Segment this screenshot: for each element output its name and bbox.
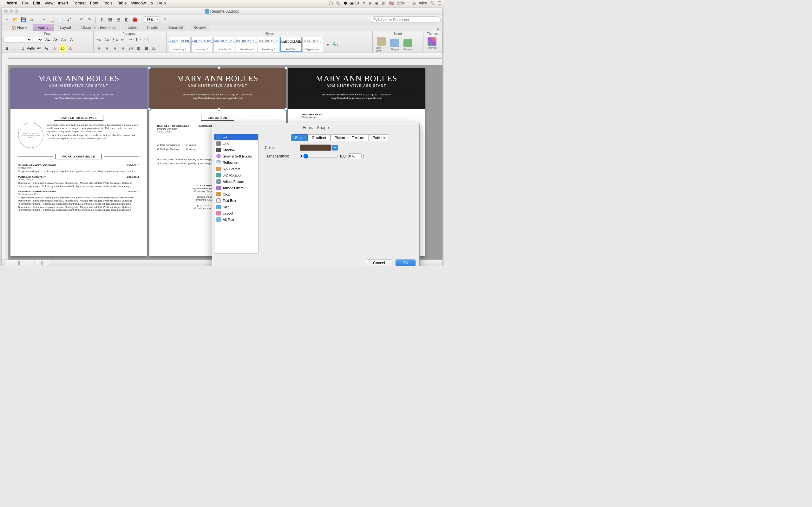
copy-icon[interactable]: 📋	[49, 16, 56, 23]
search-input[interactable]	[377, 18, 438, 21]
style-heading1[interactable]: AaBbCcDdEHeading 1	[169, 37, 191, 52]
tab-solid[interactable]: Solid	[291, 134, 308, 141]
timemachine-icon[interactable]: ↻	[362, 1, 365, 5]
zoom-input[interactable]	[144, 18, 156, 21]
collapse-ribbon-icon[interactable]: ˆ	[432, 27, 435, 31]
menu-edit[interactable]: Edit	[33, 1, 40, 5]
menu-file[interactable]: File	[22, 1, 29, 5]
tab-document-elements[interactable]: Document Elements	[77, 24, 120, 31]
bold-button[interactable]: B	[3, 45, 10, 52]
help-icon[interactable]: ?	[161, 16, 168, 23]
multilevel-icon[interactable]: ⋮≡	[111, 37, 118, 43]
tab-format[interactable]: Format	[33, 24, 54, 31]
print-icon[interactable]: 🖨	[28, 16, 35, 23]
undo-icon[interactable]: ↶	[78, 16, 85, 23]
sidebar-item-3d-format[interactable]: 3-D Format	[214, 166, 258, 172]
shading-icon[interactable]: ▦	[135, 45, 142, 52]
ltr-icon[interactable]: ¶→	[135, 37, 142, 43]
sidebar-item-adjust-picture[interactable]: Adjust Picture	[214, 178, 258, 185]
insert-picture[interactable]: Picture	[403, 39, 413, 51]
ok-button[interactable]: OK	[396, 260, 415, 266]
menu-help[interactable]: Help	[157, 1, 166, 5]
grow-font-icon[interactable]: A▴	[44, 37, 51, 43]
menu-tools[interactable]: Tools	[103, 1, 112, 5]
style-heading5[interactable]: AaBbCcDdIHeading 5	[258, 37, 280, 52]
styles-more-icon[interactable]: ▸	[324, 41, 332, 48]
font-family-select[interactable]	[3, 37, 32, 43]
sidebar-item-size[interactable]: Size	[214, 204, 258, 210]
open-icon[interactable]: 📂	[12, 16, 19, 23]
style-heading4[interactable]: AaBbCcDdEHeading 4	[236, 37, 257, 52]
themes-button[interactable]: Themes	[426, 38, 438, 49]
view-print-icon[interactable]	[4, 261, 11, 265]
nav-icon[interactable]: ▦	[107, 16, 113, 23]
sidebar-item-textbox[interactable]: Text Box	[214, 198, 258, 204]
adobe-icon[interactable]: ▣ 10	[350, 1, 359, 5]
color-dropdown-button[interactable]: ▾	[332, 145, 338, 151]
spotlight-icon[interactable]: 🔍	[430, 1, 435, 5]
tab-gradient[interactable]: Gradient	[308, 134, 331, 141]
sidebar-icon[interactable]: ◧	[123, 16, 130, 23]
view-outline-icon[interactable]	[12, 261, 19, 265]
sidebar-item-artistic-filters[interactable]: Artistic Filters	[214, 185, 258, 191]
user-name[interactable]: Alice	[419, 1, 427, 5]
superscript-button[interactable]: A²	[35, 45, 42, 52]
align-right-icon[interactable]: ≡	[111, 45, 118, 52]
format-painter-icon[interactable]: 🖌	[65, 16, 72, 23]
menu-format[interactable]: Format	[72, 1, 86, 5]
numbering-icon[interactable]: 1≡	[103, 37, 110, 43]
sidebar-item-3d-rotation[interactable]: 3-D Rotation	[214, 172, 258, 178]
subscript-button[interactable]: A₂	[43, 45, 50, 52]
italic-button[interactable]: I	[11, 45, 18, 52]
transparency-input[interactable]	[348, 153, 362, 159]
increase-indent-icon[interactable]: ⇥	[127, 37, 134, 43]
cut-icon[interactable]: ✂	[41, 16, 48, 23]
dropbox-icon[interactable]: ⬢	[344, 1, 347, 5]
toolbox-icon[interactable]: 🧰	[131, 16, 138, 23]
clear-format-icon[interactable]: A̸	[68, 37, 75, 43]
text-effects-icon[interactable]: A	[51, 45, 58, 52]
redo-icon[interactable]: ↷	[86, 16, 93, 23]
vertical-ruler[interactable]	[2, 65, 8, 260]
style-normal[interactable]: AaBbCcDdENormal	[280, 37, 302, 52]
tab-home[interactable]: 🏠 Home	[7, 24, 32, 31]
bluetooth-icon[interactable]: ⚹	[368, 1, 372, 5]
bullets-icon[interactable]: •≡	[96, 37, 102, 43]
horizontal-ruler[interactable]	[8, 53, 443, 59]
color-well[interactable]	[300, 145, 332, 151]
borders-icon[interactable]: ⊞	[143, 45, 150, 52]
tab-tables[interactable]: Tables	[121, 24, 142, 31]
page2-header-selected-shape[interactable]: MARY ANN BOLLES ADMINISTRATIVE ASSISTANT…	[149, 68, 286, 109]
sidebar-item-crop[interactable]: Crop	[214, 191, 258, 198]
status-icon[interactable]: ◯	[328, 1, 333, 5]
font-size-select[interactable]	[33, 37, 43, 43]
underline-button[interactable]: U	[19, 45, 26, 52]
search-box[interactable]: 🔍	[371, 16, 441, 23]
tab-layout[interactable]: Layout	[55, 24, 76, 31]
insert-shape[interactable]: Shape	[389, 39, 400, 51]
tab-picture-texture[interactable]: Picture or Texture	[331, 134, 368, 141]
sidebar-item-glow[interactable]: Glow & Soft Edges	[214, 153, 258, 159]
style-heading2[interactable]: AaBbCcDdEHeading 2	[191, 37, 213, 52]
save-icon[interactable]: 💾	[20, 16, 27, 23]
volume-icon[interactable]: 🔊	[381, 1, 386, 5]
trans-stepper-down[interactable]: ▼	[362, 156, 364, 158]
wifi-icon[interactable]: ◉	[375, 1, 378, 5]
menu-table[interactable]: Table	[117, 1, 126, 5]
menu-script-icon[interactable]: 𝓢	[150, 1, 153, 6]
clock-icon[interactable]: ◷	[412, 1, 415, 5]
style-heading3[interactable]: AaBbCcDdEHeading 3	[213, 37, 235, 52]
menu-font[interactable]: Font	[90, 1, 98, 5]
show-marks-icon[interactable]: ¶	[98, 16, 105, 23]
battery-status[interactable]: 22% ▭	[397, 1, 409, 5]
font-color-icon[interactable]: A	[67, 45, 74, 52]
shrink-font-icon[interactable]: A▾	[52, 37, 59, 43]
photo-placeholder[interactable]: Right click>Format Shape>Fill>Picture or…	[18, 123, 44, 148]
notifications-icon[interactable]: ☰	[438, 1, 442, 5]
sidebar-item-fill[interactable]: Fill	[214, 134, 258, 140]
zoom-control[interactable]: ▾	[144, 16, 160, 23]
menu-view[interactable]: View	[44, 1, 53, 5]
highlight-icon[interactable]: ab	[59, 45, 66, 52]
window-controls[interactable]	[4, 9, 18, 13]
view-draft-icon[interactable]	[42, 261, 49, 265]
